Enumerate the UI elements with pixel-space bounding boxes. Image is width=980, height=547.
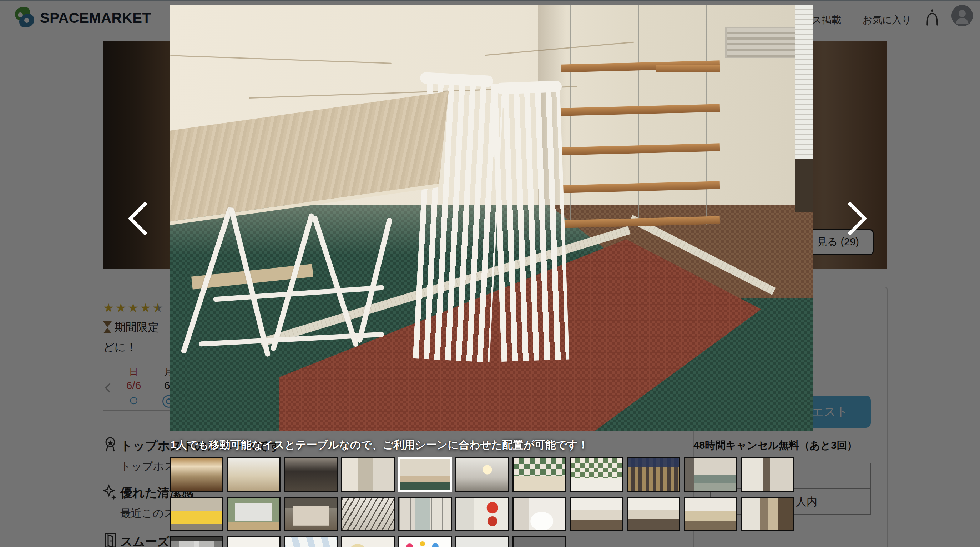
photo-thumbnail-hangers[interactable] xyxy=(341,497,395,531)
photo-thumbnail-meeting-room-a[interactable] xyxy=(570,497,623,531)
photo-thumbnail-building-night[interactable] xyxy=(627,458,680,492)
photo-thumbnail-partition-rack[interactable] xyxy=(398,497,452,531)
photo-thumbnail-lobby-warm[interactable] xyxy=(170,458,223,492)
photo-art-shelf xyxy=(655,65,720,72)
thumbnail-row xyxy=(170,458,794,492)
photo-thumbnail-projector-back[interactable] xyxy=(284,497,337,531)
photo-thumbnail-party-illustration[interactable] xyxy=(398,536,452,547)
photo-thumbnail-elevator[interactable] xyxy=(170,536,223,547)
photo-art xyxy=(706,5,706,225)
photo-thumbnail-meeting-room-b[interactable] xyxy=(627,497,680,531)
photo-thumbnail-green-room[interactable] xyxy=(227,536,280,547)
lightbox-photo[interactable] xyxy=(170,5,813,431)
photo-thumbnail-entrance-mat[interactable] xyxy=(684,458,737,492)
photo-thumbnail-kettle[interactable] xyxy=(455,536,509,547)
photo-thumbnail-sail-decor[interactable] xyxy=(284,536,337,547)
photo-art-chairs xyxy=(492,88,569,362)
photo-thumbnail-checker-wall[interactable] xyxy=(570,458,623,492)
photo-thumbnail-checker-cafe[interactable] xyxy=(512,458,566,492)
photo-thumbnail-door-sign[interactable] xyxy=(170,497,223,531)
photo-thumbnail-cafe-counter[interactable] xyxy=(341,458,395,492)
photo-thumbnail-dark-glass-hall[interactable] xyxy=(284,458,337,492)
photo-thumbnail-toilet[interactable] xyxy=(512,497,566,531)
thumbnail-row xyxy=(170,497,794,531)
photo-art xyxy=(795,159,813,212)
photo-art-vent xyxy=(725,27,797,58)
photo-thumbnail-plain-gray[interactable] xyxy=(512,536,566,547)
photo-thumbnail-alarm-panel[interactable] xyxy=(455,497,509,531)
spacemarket-listing-page: SPACEMARKET スペース掲載 お気に入り 見る (29) ★★★★★★ … xyxy=(0,0,980,547)
photo-art xyxy=(495,81,562,94)
photo-thumbnail-meeting-benches[interactable] xyxy=(684,497,737,531)
lightbox-caption: 1人でも移動可能なイスとテーブルなので、ご利用シーンに合わせた配置が可能です！ xyxy=(170,438,799,452)
thumbnail-row xyxy=(170,536,566,547)
photo-thumbnail-long-tables[interactable] xyxy=(227,458,280,492)
photo-thumbnail-furniture-stack[interactable] xyxy=(398,458,452,492)
photo-thumbnail-glass-door[interactable] xyxy=(741,497,794,531)
photo-thumbnail-glass-corridor[interactable] xyxy=(741,458,794,492)
photo-thumbnail-projector-screen[interactable] xyxy=(227,497,280,531)
photo-art-blinds xyxy=(795,5,813,159)
photo-art xyxy=(638,5,639,225)
photo-thumbnail-ceiling-light[interactable] xyxy=(455,458,509,492)
photo-thumbnail-fan-decor[interactable] xyxy=(341,536,395,547)
